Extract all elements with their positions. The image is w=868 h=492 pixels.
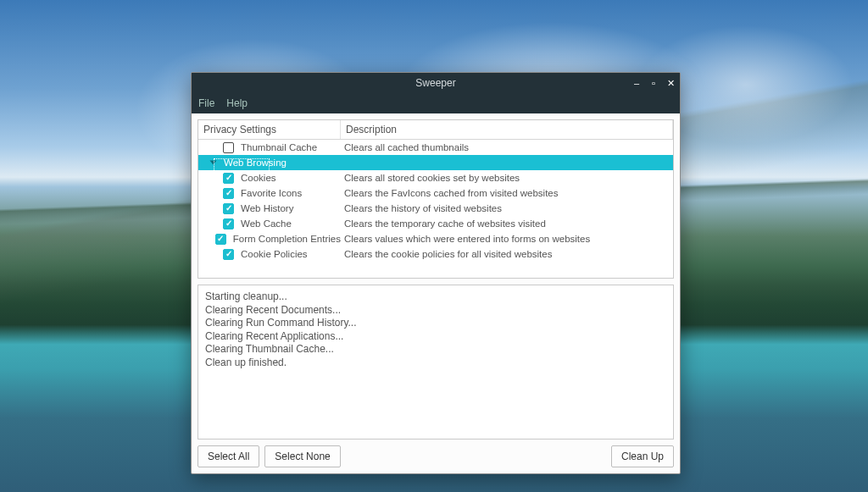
content-area: Privacy Settings Description Thumbnail C… bbox=[192, 113, 680, 473]
row-label: Form Completion Entries bbox=[230, 234, 341, 244]
log-line: Clean up finished. bbox=[205, 357, 666, 370]
column-privacy[interactable]: Privacy Settings bbox=[198, 120, 341, 139]
select-none-button[interactable]: Select None bbox=[264, 445, 340, 467]
row-desc: Clears all cached thumbnails bbox=[341, 142, 673, 152]
checkbox-cookie-policies[interactable] bbox=[223, 249, 234, 260]
row-label: Cookie Policies bbox=[237, 249, 308, 259]
log-line: Starting cleanup... bbox=[205, 290, 666, 304]
row-label: Favorite Icons bbox=[237, 188, 302, 198]
checkbox-thumbnail[interactable] bbox=[223, 142, 234, 153]
sweeper-window: Sweeper – ▫ ✕ File Help Privacy Settings… bbox=[191, 72, 681, 474]
titlebar[interactable]: Sweeper – ▫ ✕ bbox=[192, 73, 680, 93]
privacy-listview: Privacy Settings Description Thumbnail C… bbox=[198, 119, 674, 279]
close-icon[interactable]: ✕ bbox=[666, 79, 675, 87]
row-favicons[interactable]: Favorite Icons Clears the FavIcons cache… bbox=[198, 185, 673, 201]
row-category-web-browsing[interactable]: Web Browsing bbox=[198, 155, 673, 170]
log-line: Clearing Run Command History... bbox=[205, 317, 666, 330]
row-desc: Clears the cookie policies for all visit… bbox=[341, 249, 673, 259]
row-desc: Clears the FavIcons cached from visited … bbox=[341, 188, 673, 198]
row-cookies[interactable]: Cookies Clears all stored cookies set by… bbox=[198, 170, 673, 185]
menubar: File Help bbox=[192, 93, 680, 113]
log-line: Clearing Recent Applications... bbox=[205, 330, 666, 344]
row-web-cache[interactable]: Web Cache Clears the temporary cache of … bbox=[198, 216, 673, 231]
checkbox-cookies[interactable] bbox=[223, 173, 234, 184]
window-title: Sweeper bbox=[415, 77, 455, 89]
row-cookie-policies[interactable]: Cookie Policies Clears the cookie polici… bbox=[198, 246, 673, 262]
row-label: Web Cache bbox=[237, 218, 292, 229]
menu-file[interactable]: File bbox=[198, 97, 214, 109]
checkbox-favicons[interactable] bbox=[223, 188, 234, 199]
focus-indicator bbox=[214, 158, 270, 172]
row-desc: Clears all stored cookies set by website… bbox=[341, 173, 673, 183]
row-label: Thumbnail Cache bbox=[237, 142, 317, 152]
row-thumbnail-cache[interactable]: Thumbnail Cache Clears all cached thumbn… bbox=[198, 140, 673, 155]
row-desc: Clears values which were entered into fo… bbox=[341, 234, 673, 244]
button-bar: Select All Select None Clean Up bbox=[198, 439, 674, 467]
row-label: Web History bbox=[237, 203, 293, 213]
checkbox-web-cache[interactable] bbox=[223, 218, 234, 229]
spacer bbox=[346, 445, 606, 467]
row-desc: Clears the history of visited websites bbox=[341, 203, 673, 213]
log-panel: Starting cleanup... Clearing Recent Docu… bbox=[198, 285, 674, 439]
checkbox-forms[interactable] bbox=[215, 234, 226, 245]
menu-help[interactable]: Help bbox=[226, 97, 248, 109]
log-line: Clearing Thumbnail Cache... bbox=[205, 343, 666, 357]
log-line: Clearing Recent Documents... bbox=[205, 304, 666, 318]
row-label: Cookies bbox=[237, 173, 276, 183]
select-all-button[interactable]: Select All bbox=[198, 445, 259, 467]
checkbox-web-history[interactable] bbox=[223, 203, 234, 214]
row-desc: Clears the temporary cache of websites v… bbox=[341, 218, 673, 229]
maximize-icon[interactable]: ▫ bbox=[649, 79, 658, 87]
row-form-entries[interactable]: Form Completion Entries Clears values wh… bbox=[198, 231, 673, 246]
listview-body: Thumbnail Cache Clears all cached thumbn… bbox=[198, 140, 673, 278]
clean-up-button[interactable]: Clean Up bbox=[611, 445, 674, 467]
row-web-history[interactable]: Web History Clears the history of visite… bbox=[198, 201, 673, 216]
listview-header: Privacy Settings Description bbox=[198, 120, 673, 140]
column-description[interactable]: Description bbox=[341, 120, 673, 139]
minimize-icon[interactable]: – bbox=[632, 79, 641, 87]
